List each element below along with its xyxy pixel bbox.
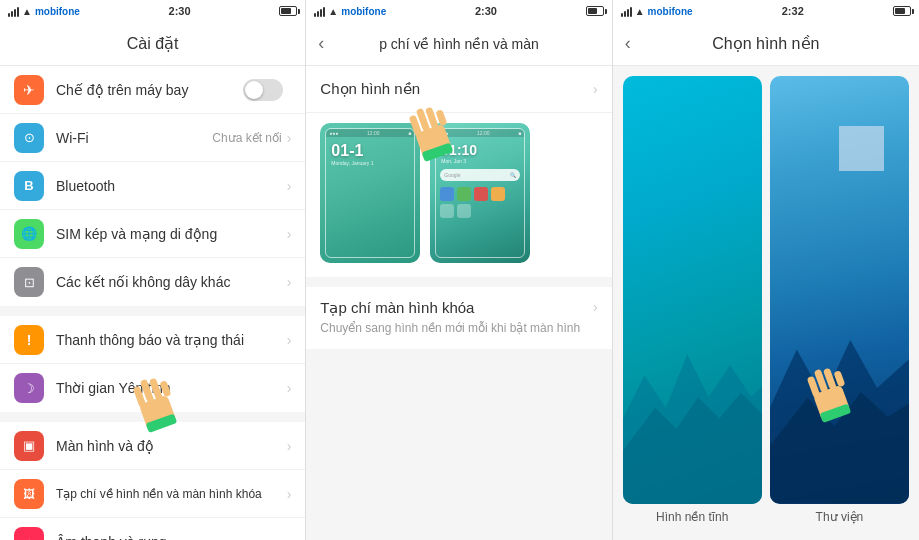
magazine-section[interactable]: Tạp chí màn hình khóa Chuyển sang hình n… [306, 287, 611, 349]
bluetooth-arrow-icon: › [287, 178, 292, 194]
display-arrow-icon: › [287, 438, 292, 454]
app-icon-5 [440, 204, 454, 218]
notification-icon: ! [14, 325, 44, 355]
wifi-arrow-icon: › [287, 130, 292, 146]
time-1: 2:30 [169, 5, 191, 17]
choose-wallpaper-section: Chọn hình nền › ●●●12:00■ 01-1 Monday, J… [306, 66, 611, 277]
sound-label: Âm thanh và rung [56, 534, 287, 540]
magazine-sub: Chuyển sang hình nền mới mỗi khi bật màn… [320, 320, 593, 337]
app-icon-6 [457, 204, 471, 218]
notifications-label: Thanh thông báo và trạng thái [56, 332, 287, 348]
app-icon-1 [440, 187, 454, 201]
status-left-2: ▲ mobifone [314, 5, 386, 17]
settings-list: ✈ Chế độ trên máy bay ⊙ Wi-Fi Chưa kết n… [0, 66, 305, 540]
mockup-date-1: Monday, January 1 [331, 160, 409, 166]
lock-screen-thumb[interactable]: ●●●12:00■ 01-1 Monday, January 1 [320, 123, 420, 263]
panel-choose-wallpaper: ▲ mobifone 2:32 ‹ Chọn hình nền [613, 0, 919, 540]
choose-wallpaper-label: Chọn hình nền [320, 80, 593, 98]
wifi-label: Wi-Fi [56, 130, 212, 146]
signal-icon [8, 5, 19, 17]
hand-cursor-3 [804, 361, 859, 430]
wallpaper-arrow-icon: › [287, 486, 292, 502]
sound-item[interactable]: ♪ Âm thanh và rung › [0, 518, 305, 540]
other-conn-label: Các kết nối không dây khác [56, 274, 287, 290]
status-right-3 [893, 6, 911, 16]
header-3: ‹ Chọn hình nền [613, 22, 919, 66]
carrier-label-3: mobifone [648, 6, 693, 17]
sim-icon: 🌐 [14, 219, 44, 249]
time-2: 2:30 [475, 5, 497, 17]
status-left-1: ▲ mobifone [8, 5, 80, 17]
sound-icon: ♪ [14, 527, 44, 540]
moon [839, 126, 884, 171]
carrier-label-1: mobifone [35, 6, 80, 17]
wifi-icon-3: ▲ [635, 6, 645, 17]
app-icon-4 [491, 187, 505, 201]
wifi-icon: ▲ [22, 6, 32, 17]
page-title-3: Chọn hình nền [712, 34, 819, 53]
status-bar-2: ▲ mobifone 2:30 [306, 0, 611, 22]
static-wallpaper-option[interactable]: Hình nền tĩnh [623, 76, 762, 530]
mockup-status-1: ●●●12:00■ [326, 129, 414, 137]
bluetooth-icon: B [14, 171, 44, 201]
carrier-label-2: mobifone [341, 6, 386, 17]
sim-item[interactable]: 🌐 SIM kép và mạng di động › [0, 210, 305, 258]
connectivity-group: ✈ Chế độ trên máy bay ⊙ Wi-Fi Chưa kết n… [0, 66, 305, 306]
airplane-label: Chế độ trên máy bay [56, 82, 243, 98]
bluetooth-label: Bluetooth [56, 178, 287, 194]
status-bar-3: ▲ mobifone 2:32 [613, 0, 919, 22]
wifi-icon-2: ▲ [328, 6, 338, 17]
magazine-texts: Tạp chí màn hình khóa Chuyển sang hình n… [320, 299, 593, 337]
wallpaper-icon: 🖼 [14, 479, 44, 509]
hand-cursor-2 [406, 100, 461, 169]
wallpaper-label: Tạp chí về hình nền và màn hình khóa [56, 487, 287, 501]
wallpaper-options: Hình nền tĩnh Thư viện [613, 66, 919, 540]
bluetooth-item[interactable]: B Bluetooth › [0, 162, 305, 210]
battery-icon-1 [279, 6, 297, 16]
gallery-label: Thư viện [770, 504, 909, 530]
gallery-option[interactable]: Thư viện [770, 76, 909, 530]
time-3: 2:32 [782, 5, 804, 17]
app-icon-2 [457, 187, 471, 201]
static-wallpaper-label: Hình nền tĩnh [623, 504, 762, 530]
battery-icon-3 [893, 6, 911, 16]
other-conn-arrow-icon: › [287, 274, 292, 290]
airplane-icon: ✈ [14, 75, 44, 105]
dnd-arrow-icon: › [287, 380, 292, 396]
other-conn-icon: ⊡ [14, 267, 44, 297]
page-title-1: Cài đặt [127, 34, 179, 53]
back-button-2[interactable]: ‹ [318, 33, 324, 54]
mockup-apps [436, 184, 524, 221]
airplane-toggle[interactable] [243, 79, 283, 101]
dnd-icon: ☽ [14, 373, 44, 403]
lock-screen-mockup: ●●●12:00■ 01-1 Monday, January 1 [325, 128, 415, 258]
sim-label: SIM kép và mạng di động [56, 226, 287, 242]
signal-icon-3 [621, 5, 632, 17]
sim-arrow-icon: › [287, 226, 292, 242]
other-connections-item[interactable]: ⊡ Các kết nối không dây khác › [0, 258, 305, 306]
magazine-title: Tạp chí màn hình khóa [320, 299, 593, 317]
header-1: Cài đặt [0, 22, 305, 66]
back-button-3[interactable]: ‹ [625, 33, 631, 54]
status-bar-1: ▲ mobifone 2:30 [0, 0, 305, 22]
notifications-item[interactable]: ! Thanh thông báo và trạng thái › [0, 316, 305, 364]
mockup-time-1: 01-1 Monday, January 1 [326, 137, 414, 168]
wifi-settings-icon: ⊙ [14, 123, 44, 153]
signal-icon-2 [314, 5, 325, 17]
display-icon: ▣ [14, 431, 44, 461]
wifi-status: Chưa kết nối [212, 131, 281, 145]
magazine-arrow-icon: › [593, 299, 598, 315]
status-right-2 [586, 6, 604, 16]
page-title-2: p chí về hình nền và màn [379, 36, 539, 52]
wifi-item[interactable]: ⊙ Wi-Fi Chưa kết nối › [0, 114, 305, 162]
notif-arrow-icon: › [287, 332, 292, 348]
panel-wallpaper-settings: ▲ mobifone 2:30 ‹ p chí về hình nền và m… [306, 0, 612, 540]
airplane-mode-item[interactable]: ✈ Chế độ trên máy bay [0, 66, 305, 114]
sound-arrow-icon: › [287, 534, 292, 540]
panel-settings: ▲ mobifone 2:30 Cài đặt ✈ Chế độ trên má… [0, 0, 306, 540]
mockup-time-big-1: 01-1 [331, 142, 409, 160]
status-left-3: ▲ mobifone [621, 5, 693, 17]
wallpaper-item[interactable]: 🖼 Tạp chí về hình nền và màn hình khóa › [0, 470, 305, 518]
battery-icon-2 [586, 6, 604, 16]
mockup-search: Google 🔍 [440, 169, 520, 181]
